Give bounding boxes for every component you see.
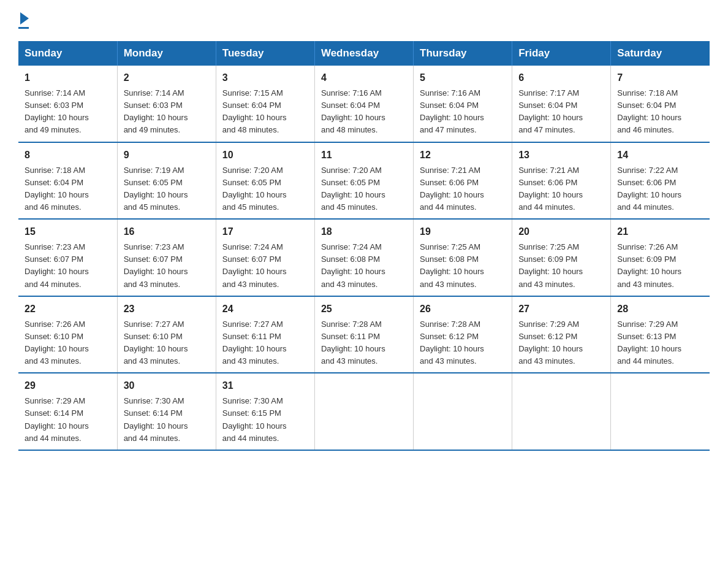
- day-number: 14: [617, 148, 703, 163]
- table-row: 9Sunrise: 7:19 AMSunset: 6:05 PMDaylight…: [117, 142, 216, 220]
- calendar-body: 1Sunrise: 7:14 AMSunset: 6:03 PMDaylight…: [18, 66, 710, 450]
- table-row: 13Sunrise: 7:21 AMSunset: 6:06 PMDayligh…: [512, 142, 611, 220]
- day-info: Sunrise: 7:25 AMSunset: 6:08 PMDaylight:…: [420, 242, 484, 288]
- day-number: 3: [222, 71, 308, 85]
- day-number: 22: [25, 302, 111, 316]
- table-row: 2Sunrise: 7:14 AMSunset: 6:03 PMDaylight…: [117, 66, 216, 142]
- day-number: 31: [222, 378, 308, 393]
- day-number: 19: [420, 224, 506, 239]
- table-row: [314, 373, 413, 450]
- day-info: Sunrise: 7:18 AMSunset: 6:04 PMDaylight:…: [25, 166, 89, 212]
- day-header-sunday: Sunday: [18, 41, 117, 66]
- table-row: 26Sunrise: 7:28 AMSunset: 6:12 PMDayligh…: [414, 296, 512, 373]
- day-info: Sunrise: 7:14 AMSunset: 6:03 PMDaylight:…: [124, 88, 188, 134]
- table-row: 3Sunrise: 7:15 AMSunset: 6:04 PMDaylight…: [216, 66, 314, 142]
- table-row: 30Sunrise: 7:30 AMSunset: 6:14 PMDayligh…: [117, 373, 216, 450]
- day-info: Sunrise: 7:26 AMSunset: 6:09 PMDaylight:…: [617, 242, 681, 288]
- day-info: Sunrise: 7:30 AMSunset: 6:14 PMDaylight:…: [124, 396, 188, 442]
- day-number: 2: [124, 71, 210, 85]
- table-row: 5Sunrise: 7:16 AMSunset: 6:04 PMDaylight…: [414, 66, 512, 142]
- day-info: Sunrise: 7:16 AMSunset: 6:04 PMDaylight:…: [321, 88, 385, 134]
- table-row: 16Sunrise: 7:23 AMSunset: 6:07 PMDayligh…: [117, 219, 216, 296]
- day-number: 21: [617, 224, 703, 239]
- day-info: Sunrise: 7:26 AMSunset: 6:10 PMDaylight:…: [25, 320, 89, 366]
- table-row: 12Sunrise: 7:21 AMSunset: 6:06 PMDayligh…: [414, 142, 512, 220]
- day-number: 9: [124, 148, 210, 163]
- table-row: 1Sunrise: 7:14 AMSunset: 6:03 PMDaylight…: [18, 66, 117, 142]
- day-number: 5: [420, 71, 506, 85]
- day-info: Sunrise: 7:30 AMSunset: 6:15 PMDaylight:…: [222, 396, 287, 442]
- calendar-table: SundayMondayTuesdayWednesdayThursdayFrid…: [18, 41, 710, 451]
- day-info: Sunrise: 7:29 AMSunset: 6:13 PMDaylight:…: [617, 320, 681, 366]
- day-header-saturday: Saturday: [611, 41, 710, 66]
- table-row: 20Sunrise: 7:25 AMSunset: 6:09 PMDayligh…: [512, 219, 611, 296]
- day-number: 13: [518, 148, 604, 163]
- table-row: [611, 373, 710, 450]
- table-row: 4Sunrise: 7:16 AMSunset: 6:04 PMDaylight…: [314, 66, 413, 142]
- table-row: 27Sunrise: 7:29 AMSunset: 6:12 PMDayligh…: [512, 296, 611, 373]
- day-number: 11: [321, 148, 407, 163]
- day-header-thursday: Thursday: [414, 41, 512, 66]
- day-number: 17: [222, 224, 308, 239]
- day-number: 29: [25, 378, 111, 393]
- table-row: 17Sunrise: 7:24 AMSunset: 6:07 PMDayligh…: [216, 219, 314, 296]
- day-info: Sunrise: 7:18 AMSunset: 6:04 PMDaylight:…: [617, 88, 681, 134]
- day-info: Sunrise: 7:21 AMSunset: 6:06 PMDaylight:…: [518, 166, 583, 212]
- day-info: Sunrise: 7:29 AMSunset: 6:12 PMDaylight:…: [518, 320, 583, 366]
- table-row: 21Sunrise: 7:26 AMSunset: 6:09 PMDayligh…: [611, 219, 710, 296]
- day-info: Sunrise: 7:17 AMSunset: 6:04 PMDaylight:…: [518, 88, 583, 134]
- day-number: 16: [124, 224, 210, 239]
- day-info: Sunrise: 7:16 AMSunset: 6:04 PMDaylight:…: [420, 88, 484, 134]
- table-row: 15Sunrise: 7:23 AMSunset: 6:07 PMDayligh…: [18, 219, 117, 296]
- day-number: 4: [321, 71, 407, 85]
- day-info: Sunrise: 7:29 AMSunset: 6:14 PMDaylight:…: [25, 396, 89, 442]
- table-row: 24Sunrise: 7:27 AMSunset: 6:11 PMDayligh…: [216, 296, 314, 373]
- day-number: 18: [321, 224, 407, 239]
- day-info: Sunrise: 7:20 AMSunset: 6:05 PMDaylight:…: [321, 166, 385, 212]
- day-info: Sunrise: 7:24 AMSunset: 6:07 PMDaylight:…: [222, 242, 287, 288]
- day-number: 1: [25, 71, 111, 85]
- day-info: Sunrise: 7:20 AMSunset: 6:05 PMDaylight:…: [222, 166, 287, 212]
- day-info: Sunrise: 7:15 AMSunset: 6:04 PMDaylight:…: [222, 88, 287, 134]
- table-row: 11Sunrise: 7:20 AMSunset: 6:05 PMDayligh…: [314, 142, 413, 220]
- logo-underline: [18, 27, 29, 29]
- day-number: 26: [420, 302, 506, 316]
- table-row: 25Sunrise: 7:28 AMSunset: 6:11 PMDayligh…: [314, 296, 413, 373]
- day-info: Sunrise: 7:27 AMSunset: 6:11 PMDaylight:…: [222, 320, 287, 366]
- page-header: [18, 12, 710, 29]
- day-number: 24: [222, 302, 308, 316]
- day-info: Sunrise: 7:24 AMSunset: 6:08 PMDaylight:…: [321, 242, 385, 288]
- table-row: 28Sunrise: 7:29 AMSunset: 6:13 PMDayligh…: [611, 296, 710, 373]
- calendar-header: SundayMondayTuesdayWednesdayThursdayFrid…: [18, 41, 710, 66]
- table-row: 19Sunrise: 7:25 AMSunset: 6:08 PMDayligh…: [414, 219, 512, 296]
- day-header-monday: Monday: [117, 41, 216, 66]
- day-info: Sunrise: 7:22 AMSunset: 6:06 PMDaylight:…: [617, 166, 681, 212]
- day-info: Sunrise: 7:23 AMSunset: 6:07 PMDaylight:…: [25, 242, 89, 288]
- day-number: 27: [518, 302, 604, 316]
- table-row: 31Sunrise: 7:30 AMSunset: 6:15 PMDayligh…: [216, 373, 314, 450]
- day-info: Sunrise: 7:28 AMSunset: 6:12 PMDaylight:…: [420, 320, 484, 366]
- table-row: 7Sunrise: 7:18 AMSunset: 6:04 PMDaylight…: [611, 66, 710, 142]
- day-header-friday: Friday: [512, 41, 611, 66]
- day-number: 20: [518, 224, 604, 239]
- table-row: 29Sunrise: 7:29 AMSunset: 6:14 PMDayligh…: [18, 373, 117, 450]
- day-number: 25: [321, 302, 407, 316]
- day-header-tuesday: Tuesday: [216, 41, 314, 66]
- day-number: 23: [124, 302, 210, 316]
- table-row: 10Sunrise: 7:20 AMSunset: 6:05 PMDayligh…: [216, 142, 314, 220]
- day-info: Sunrise: 7:28 AMSunset: 6:11 PMDaylight:…: [321, 320, 385, 366]
- table-row: 8Sunrise: 7:18 AMSunset: 6:04 PMDaylight…: [18, 142, 117, 220]
- day-info: Sunrise: 7:21 AMSunset: 6:06 PMDaylight:…: [420, 166, 484, 212]
- day-number: 7: [617, 71, 703, 85]
- table-row: 6Sunrise: 7:17 AMSunset: 6:04 PMDaylight…: [512, 66, 611, 142]
- table-row: [512, 373, 611, 450]
- day-info: Sunrise: 7:19 AMSunset: 6:05 PMDaylight:…: [124, 166, 188, 212]
- table-row: 22Sunrise: 7:26 AMSunset: 6:10 PMDayligh…: [18, 296, 117, 373]
- day-info: Sunrise: 7:25 AMSunset: 6:09 PMDaylight:…: [518, 242, 583, 288]
- day-number: 28: [617, 302, 703, 316]
- day-number: 30: [124, 378, 210, 393]
- day-number: 12: [420, 148, 506, 163]
- day-info: Sunrise: 7:14 AMSunset: 6:03 PMDaylight:…: [25, 88, 89, 134]
- day-number: 15: [25, 224, 111, 239]
- day-header-wednesday: Wednesday: [314, 41, 413, 66]
